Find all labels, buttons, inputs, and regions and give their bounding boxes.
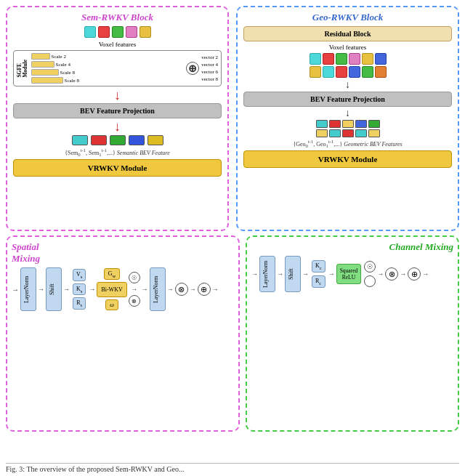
channel-mixing-block: Channel Mixing → LayerNorm → Shift → Kc …	[246, 235, 459, 432]
vector-6: vector 6	[201, 69, 218, 75]
vector-8: vector 8	[201, 76, 218, 82]
geo-bev-6	[316, 129, 328, 137]
geo-bev-10	[368, 129, 380, 137]
geo-cube-4	[349, 53, 360, 65]
sem-rwkv-block: Sem-RWKV Block Voxel features SGFEModule…	[6, 6, 229, 231]
bev-rect-red	[91, 135, 107, 145]
scale-label-8b: Scale 8	[65, 78, 79, 84]
circle-op-3: ⊗	[175, 283, 188, 296]
sem-bev-strip	[13, 135, 222, 145]
sem-voxel-label: Voxel features	[13, 41, 222, 48]
geo-cube-12	[375, 66, 387, 78]
sem-vrwkv: VRWKV Module	[13, 159, 222, 177]
sgfe-label: SGFEModule	[17, 60, 29, 78]
scale-label-8a: Scale 8	[60, 70, 75, 76]
ch-circle-4: ⊕	[408, 267, 421, 281]
sem-arrow-2: ↓	[13, 120, 222, 133]
channel-mixing-title: Channel Mixing	[251, 241, 453, 253]
layernorm-block: LayerNorm	[20, 267, 36, 311]
geo-arrow-2: ↓	[243, 108, 452, 118]
geo-cube-5	[362, 53, 373, 65]
geo-bev-7	[329, 129, 341, 137]
r-block: Rs	[73, 297, 86, 310]
main-container: Sem-RWKV Block Voxel features SGFEModule…	[0, 0, 465, 476]
geo-arrow-1: ↓	[243, 80, 452, 90]
spatial-mixing-block: SpatialMixing → LayerNorm → Shift → Vs K…	[6, 235, 240, 432]
circle-op-2: ⊗	[129, 295, 140, 307]
ch-shift: Shift	[285, 256, 301, 292]
gw-block: Gw	[104, 268, 121, 281]
bottom-section: SpatialMixing → LayerNorm → Shift → Vs K…	[6, 235, 459, 432]
geo-rwkv-block: Geo-RWKV Block Residual Block Voxel feat…	[236, 6, 459, 231]
bev-rect-green	[110, 135, 126, 145]
sem-bev-label: {Sem0t-1, Sem1t-1,...} Semantic BEV Feat…	[13, 148, 222, 157]
voxel-cube-2	[98, 26, 110, 38]
bev-rect-blue	[129, 135, 145, 145]
geo-cube-1	[310, 53, 321, 65]
geo-bev-5	[368, 120, 380, 128]
geo-cube-6	[375, 53, 387, 65]
spatial-mixing-title: SpatialMixing	[12, 241, 234, 265]
geo-vrwkv: VRWKV Module	[243, 150, 452, 168]
voxel-cube-4	[126, 26, 137, 38]
voxel-cube-1	[84, 26, 96, 38]
rc-block: Rc	[312, 275, 326, 288]
sem-voxel-row	[13, 26, 222, 38]
scale-label-4: Scale 4	[56, 62, 70, 68]
geo-bev-3	[342, 120, 354, 128]
geo-cube-11	[362, 66, 373, 78]
geo-bev-2	[329, 120, 341, 128]
voxel-cube-3	[112, 26, 124, 38]
k-block: Ks	[73, 283, 86, 296]
squared-relu: SquaredReLU	[336, 264, 362, 284]
ch-circle-3: ⊗	[385, 267, 398, 281]
geo-cube-2	[323, 53, 334, 65]
shift-block: Shift	[46, 267, 62, 311]
kc-block: Kc	[312, 260, 326, 273]
geo-voxel-label: Voxel features	[243, 44, 452, 51]
vector-2: vector 2	[201, 55, 218, 60]
circle-op-1: ☉	[129, 272, 140, 283]
circle-op-4: ⊕	[198, 283, 211, 296]
ch-layernorm: LayerNorm	[259, 256, 275, 292]
ch-circle-1: ☉	[364, 261, 376, 273]
sem-block-title: Sem-RWKV Block	[13, 12, 222, 23]
plus-circle: ⊕	[186, 62, 199, 75]
biwkv-block: Bi-WKV	[97, 282, 126, 297]
sem-bev-projection: BEV Feature Projection	[13, 103, 222, 118]
layernorm-block-2: LayerNorm	[150, 267, 166, 311]
geo-block-title: Geo-RWKV Block	[243, 12, 452, 23]
geo-bev-4	[355, 120, 367, 128]
ch-circle-2	[364, 275, 376, 287]
bev-rect-cyan	[72, 135, 88, 145]
geo-bev-9	[355, 129, 367, 137]
vector-4: vector 4	[201, 62, 218, 68]
voxel-cube-5	[140, 26, 151, 38]
top-section: Sem-RWKV Block Voxel features SGFEModule…	[6, 6, 459, 231]
geo-cube-7	[310, 66, 321, 78]
geo-cube-10	[349, 66, 360, 78]
v-block: Vs	[73, 269, 86, 281]
omega-block: ω	[105, 299, 118, 310]
geo-bev-1	[316, 120, 328, 128]
bev-rect-yellow	[147, 135, 163, 145]
scale-label-2: Scale 2	[52, 54, 66, 60]
geo-bev-8	[342, 129, 354, 137]
residual-block: Residual Block	[243, 26, 452, 41]
geo-cube-9	[336, 66, 347, 78]
geo-bev-projection: BEV Feature Projection	[243, 92, 452, 107]
geo-cube-3	[336, 53, 347, 65]
sem-arrow-1: ↓	[13, 89, 222, 102]
fig-caption: Fig. 3: The overview of the proposed Sem…	[6, 463, 459, 473]
geo-cube-8	[323, 66, 334, 78]
geo-bev-label: {Geo0t-1, Geo1t-1,...} Geometric BEV Fea…	[243, 139, 452, 148]
